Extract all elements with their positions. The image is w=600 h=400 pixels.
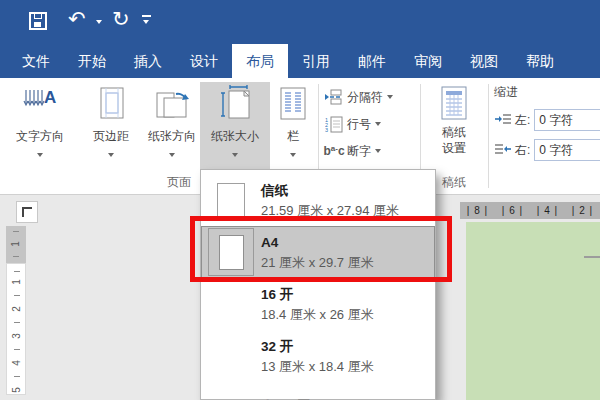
hyphenation-icon: ba-c: [324, 144, 344, 158]
paper-option-16k[interactable]: 16 开 18.4 厘米 x 26 厘米: [201, 278, 435, 330]
margins-button[interactable]: 页边距: [78, 82, 144, 173]
undo-icon[interactable]: ↶: [68, 9, 86, 30]
undo-dropdown-icon[interactable]: [96, 20, 102, 24]
line-numbers-button[interactable]: 1 2 3 行号: [324, 113, 393, 135]
tab-home[interactable]: 开始: [64, 44, 120, 78]
indent-left-label: 左:: [515, 112, 530, 129]
indent-right-label: 右:: [515, 142, 530, 159]
indent-left-icon: [494, 112, 512, 129]
tab-review[interactable]: 审阅: [400, 44, 456, 78]
margin-marker-line: [584, 256, 600, 258]
orientation-button[interactable]: 纸张方向: [144, 82, 200, 173]
customize-toolbar-icon[interactable]: [142, 15, 151, 24]
manuscript-setup-button[interactable]: 稿纸 设置: [428, 82, 480, 156]
vertical-ruler-body: 1 2 3 4 5: [6, 263, 26, 395]
paper-size-dropdown: 信纸 21.59 厘米 x 27.94 厘米 A4 21 厘米 x 29.7 厘…: [200, 169, 436, 400]
paper-option-letter[interactable]: 信纸 21.59 厘米 x 27.94 厘米: [201, 174, 435, 226]
tab-selector-button[interactable]: [16, 201, 38, 223]
tab-design[interactable]: 设计: [176, 44, 232, 78]
manuscript-grid-icon: [439, 82, 469, 124]
tab-mailings[interactable]: 邮件: [344, 44, 400, 78]
tab-help[interactable]: 帮助: [512, 44, 568, 78]
chevron-down-icon: [108, 153, 114, 157]
paper-option-big32k[interactable]: 大 32 开: [201, 382, 435, 400]
indent-left-input[interactable]: [534, 109, 600, 131]
a4-icon-frame: [208, 228, 254, 276]
tab-layout[interactable]: 布局: [232, 44, 288, 78]
document-page[interactable]: [466, 222, 600, 400]
letter-page-icon: [217, 183, 245, 218]
indent-right-input[interactable]: [534, 139, 600, 161]
line-numbers-icon: 1 2 3: [324, 116, 344, 133]
group-separator: [488, 84, 489, 188]
paper-size-icon: [217, 82, 253, 126]
indent-section: 缩进 左:: [494, 84, 600, 168]
horizontal-ruler: | 8 | | 6 | | 4 | | 2 |: [460, 202, 600, 219]
chevron-down-icon: [387, 95, 393, 99]
orientation-icon: [152, 82, 192, 126]
paper-option-a4[interactable]: A4 21 厘米 x 29.7 厘米: [201, 226, 435, 278]
chevron-down-icon: [37, 153, 43, 157]
page-break-icon: [324, 89, 344, 105]
vertical-ruler: 1 1 2 3 4 5: [6, 226, 26, 395]
tab-stop-icon: [22, 207, 32, 217]
save-icon[interactable]: [29, 12, 47, 30]
a4-page-icon: [219, 235, 244, 270]
group-label-page: 页面: [160, 174, 198, 191]
breaks-button[interactable]: 分隔符: [324, 86, 393, 108]
svg-text:3: 3: [325, 127, 328, 133]
chevron-down-icon: [290, 153, 296, 157]
indent-right-icon: [494, 142, 512, 159]
vertical-ruler-margin: 1: [6, 226, 26, 263]
tab-file[interactable]: 文件: [8, 44, 64, 78]
redo-icon[interactable]: ↻: [112, 9, 130, 30]
ribbon-tabs: 文件 开始 插入 设计 布局 引用 邮件 审阅 视图 帮助: [0, 40, 600, 78]
title-bar: ↶ ↻: [0, 0, 600, 40]
text-direction-icon: A: [20, 82, 60, 126]
columns-icon: [276, 82, 310, 126]
hyphenation-button[interactable]: ba-c 断字: [324, 140, 393, 162]
chevron-down-icon: [232, 153, 238, 157]
text-direction-button[interactable]: A 文字方向: [2, 82, 78, 173]
paper-option-32k[interactable]: 32 开 13 厘米 x 18.4 厘米: [201, 330, 435, 382]
word-window: ↶ ↻ 文件 开始 插入 设计 布局 引用 邮件 审阅 视图 帮助 A: [0, 0, 600, 400]
paper-size-button[interactable]: 纸张大小: [200, 82, 270, 173]
tab-view[interactable]: 视图: [456, 44, 512, 78]
chevron-down-icon: [375, 122, 381, 126]
indent-title: 缩进: [494, 84, 600, 102]
svg-text:A: A: [44, 88, 56, 107]
columns-button[interactable]: 栏: [270, 82, 316, 173]
chevron-down-icon: [375, 149, 381, 153]
tab-references[interactable]: 引用: [288, 44, 344, 78]
chevron-down-icon: [169, 153, 175, 157]
tab-insert[interactable]: 插入: [120, 44, 176, 78]
margins-icon: [93, 82, 129, 126]
